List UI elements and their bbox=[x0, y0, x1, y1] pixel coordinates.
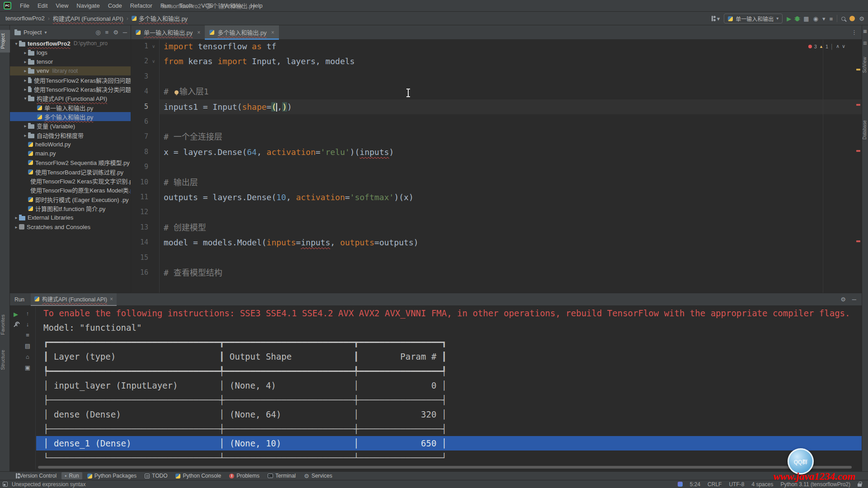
run-icon[interactable]: ▶ bbox=[787, 16, 791, 22]
tree-item[interactable]: helloWorld.py bbox=[10, 140, 131, 149]
list-button[interactable]: ▤ bbox=[25, 340, 30, 351]
tree-item[interactable]: ▸logs bbox=[10, 48, 131, 57]
toolbar-item-run[interactable]: •Run bbox=[61, 472, 82, 479]
chevron-down-icon[interactable]: ▾ bbox=[23, 96, 28, 101]
chevron-down-icon[interactable]: ▾ bbox=[14, 41, 19, 46]
chevron-right-icon[interactable]: ▸ bbox=[23, 59, 28, 64]
down-button[interactable]: ↓ bbox=[26, 319, 29, 329]
menu-view[interactable]: View bbox=[52, 0, 72, 12]
home-button[interactable]: ⌂ bbox=[26, 351, 29, 362]
minimize-icon[interactable]: ─ bbox=[123, 29, 127, 35]
wrench-button[interactable] bbox=[13, 319, 19, 330]
git-branch-icon[interactable] bbox=[712, 16, 713, 21]
layout-icon[interactable]: ▦ bbox=[863, 29, 867, 33]
fold-icon[interactable]: ∨ bbox=[152, 40, 155, 54]
intention-bulb-icon[interactable] bbox=[175, 90, 179, 94]
run-config-selector[interactable]: 单一输入和输出▾ bbox=[724, 14, 783, 23]
profiler-icon[interactable]: ◉ bbox=[813, 16, 818, 22]
editor-tab[interactable]: 单一输入和输出.py× bbox=[131, 25, 205, 39]
chevron-right-icon[interactable]: ▸ bbox=[23, 133, 28, 138]
debug-icon[interactable] bbox=[795, 16, 799, 21]
horizontal-scrollbar[interactable] bbox=[38, 466, 852, 469]
toolbar-item-python-packages[interactable]: Python Packages bbox=[84, 472, 140, 479]
menu-file[interactable]: File bbox=[16, 0, 33, 12]
status-item[interactable]: 5:24 bbox=[690, 481, 700, 488]
right-stripe-sciview[interactable]: SciView bbox=[862, 57, 868, 73]
tree-item[interactable]: ▾tensorflowPro2D:\python_pro bbox=[10, 40, 131, 48]
sidebar-item-favorites[interactable]: Favorites bbox=[0, 314, 10, 335]
search-icon[interactable] bbox=[841, 17, 845, 21]
chevron-right-icon[interactable]: ▸ bbox=[23, 123, 28, 128]
breadcrumb-item[interactable]: 多个输入和输出.py bbox=[132, 14, 188, 23]
stop-icon[interactable]: ■ bbox=[829, 16, 833, 22]
up-button[interactable]: ↑ bbox=[26, 308, 29, 319]
menu-code[interactable]: Code bbox=[104, 0, 126, 12]
next-error-icon[interactable]: ∨ bbox=[842, 43, 845, 49]
gear-icon[interactable]: ⚙ bbox=[859, 16, 864, 22]
scrollbar-error-mark[interactable] bbox=[856, 104, 860, 106]
tree-item[interactable]: 使用TensorBoard记录训练过程.py bbox=[10, 167, 131, 176]
tree-item[interactable]: main.py bbox=[10, 149, 131, 158]
close-icon[interactable]: × bbox=[197, 29, 200, 36]
close-icon[interactable]: × bbox=[110, 296, 113, 302]
tree-item[interactable]: 使用TensorFlow的原生Keras Model类.py bbox=[10, 186, 131, 195]
code-editor[interactable]: 1∨import tensorflow as tf2∨from keras im… bbox=[131, 40, 862, 293]
prev-error-icon[interactable]: ∧ bbox=[836, 43, 840, 49]
chevron-down-icon[interactable]: ▾ bbox=[822, 16, 826, 22]
run-green-button[interactable]: ▶ bbox=[14, 309, 18, 319]
chevron-down-icon[interactable]: ▾ bbox=[717, 16, 720, 22]
tree-item[interactable]: TensorFlow2 Sequentia 顺序模型.py bbox=[10, 158, 131, 167]
right-stripe-database[interactable]: Database bbox=[862, 120, 868, 140]
fold-icon[interactable]: ∨ bbox=[152, 54, 155, 69]
tree-item[interactable]: 使用TensorFlow2 Keras实现文字识别.py bbox=[10, 177, 131, 186]
tree-item[interactable]: 计算图和tf.function 简介.py bbox=[10, 204, 131, 213]
target-icon[interactable]: ◎ bbox=[95, 29, 100, 35]
tree-item[interactable]: ▸使用TensorFlow2 Keras解决回归问题 bbox=[10, 75, 131, 84]
scrollbar-error-mark[interactable] bbox=[856, 150, 860, 152]
tree-item[interactable]: ▸venvlibrary root bbox=[10, 66, 131, 75]
collapse-icon[interactable]: ≡ bbox=[105, 29, 109, 35]
toolbar-item-version-control[interactable]: Version Control bbox=[13, 472, 60, 479]
toolbar-item-services[interactable]: ⚙Services bbox=[301, 472, 335, 479]
editor-tab[interactable]: 多个输入和输出.py× bbox=[205, 25, 278, 39]
minimize-icon[interactable]: ─ bbox=[852, 296, 856, 302]
tool-window-switcher-icon[interactable] bbox=[3, 482, 8, 487]
tree-item[interactable]: 即时执行模式 (Eager Execution) .py bbox=[10, 195, 131, 204]
softwrap-button[interactable]: ≡ bbox=[26, 329, 29, 340]
coverage-icon[interactable]: ▦ bbox=[803, 16, 809, 22]
toolbar-item-problems[interactable]: !Problems bbox=[226, 472, 263, 479]
chevron-right-icon[interactable]: ▸ bbox=[23, 78, 28, 83]
sidebar-item-project[interactable]: Project bbox=[0, 30, 10, 52]
project-panel-header[interactable]: Project ▾ ◎≡⚙─ bbox=[10, 25, 131, 40]
menu-refactor[interactable]: Refactor bbox=[126, 0, 156, 12]
run-tab[interactable]: 构建式API (Functional API) × bbox=[31, 293, 117, 306]
close-icon[interactable]: × bbox=[271, 29, 274, 36]
scrollbar-error-mark[interactable] bbox=[856, 240, 860, 242]
tree-item[interactable]: ▾构建式API (Functional API) bbox=[10, 94, 131, 103]
status-item[interactable]: 4 spaces bbox=[751, 481, 773, 488]
panel-icon[interactable]: ▥ bbox=[863, 41, 867, 45]
sidebar-item-structure[interactable]: Structure bbox=[0, 350, 10, 370]
lock-icon[interactable] bbox=[858, 483, 862, 487]
chevron-right-icon[interactable]: ▸ bbox=[23, 87, 28, 92]
menu-edit[interactable]: Edit bbox=[33, 0, 52, 12]
tree-item[interactable]: ▸tensor bbox=[10, 57, 131, 66]
status-item[interactable]: UTF-8 bbox=[729, 481, 744, 488]
tree-item[interactable]: ▸自动微分和梯度带 bbox=[10, 131, 131, 140]
menu-navigate[interactable]: Navigate bbox=[72, 0, 104, 12]
scrollbar-warning-mark[interactable] bbox=[856, 69, 860, 70]
inspections-widget[interactable]: 3 ▲ 1 │ ∧ ∨ bbox=[808, 43, 845, 49]
toolbar-item-terminal[interactable]: >_Terminal bbox=[264, 472, 299, 479]
breadcrumb-item[interactable]: tensorflowPro2 bbox=[5, 15, 45, 22]
breadcrumb-item[interactable]: 构建式API (Functional API) bbox=[53, 14, 123, 23]
gear-icon[interactable]: ⚙ bbox=[113, 29, 118, 35]
more-icon[interactable]: ⋮ bbox=[851, 29, 857, 36]
tree-item[interactable]: ▸变量 (Variable) bbox=[10, 122, 131, 131]
chevron-right-icon[interactable]: ▸ bbox=[14, 225, 19, 230]
pin-button[interactable]: ▣ bbox=[25, 362, 30, 373]
tree-item[interactable]: ▸External Libraries bbox=[10, 213, 131, 222]
chevron-right-icon[interactable]: ▸ bbox=[23, 68, 28, 73]
tree-item[interactable]: ▸使用TensorFlow2 Keras解决分类问题 bbox=[10, 85, 131, 94]
update-icon[interactable] bbox=[849, 16, 855, 21]
tree-item[interactable]: ▸Scratches and Consoles bbox=[10, 222, 131, 231]
